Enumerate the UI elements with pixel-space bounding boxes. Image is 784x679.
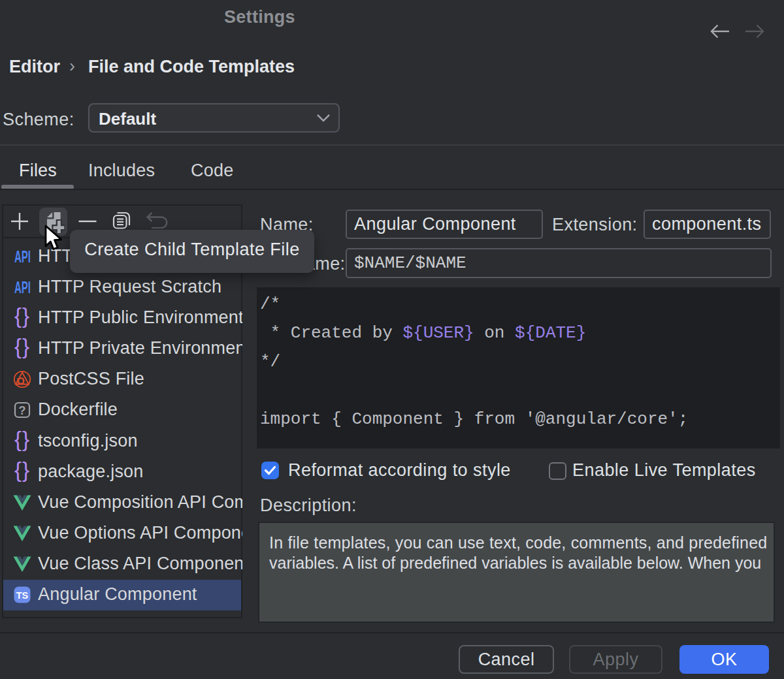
svg-text:API: API [14,278,31,296]
svg-text:API: API [14,247,31,266]
svg-text:TS: TS [16,590,29,601]
svg-text:?: ? [19,404,26,417]
svg-text:{}: {} [14,427,30,451]
svg-text:{}: {} [14,334,30,358]
svg-text:{}: {} [14,304,30,328]
svg-text:{}: {} [14,458,30,482]
